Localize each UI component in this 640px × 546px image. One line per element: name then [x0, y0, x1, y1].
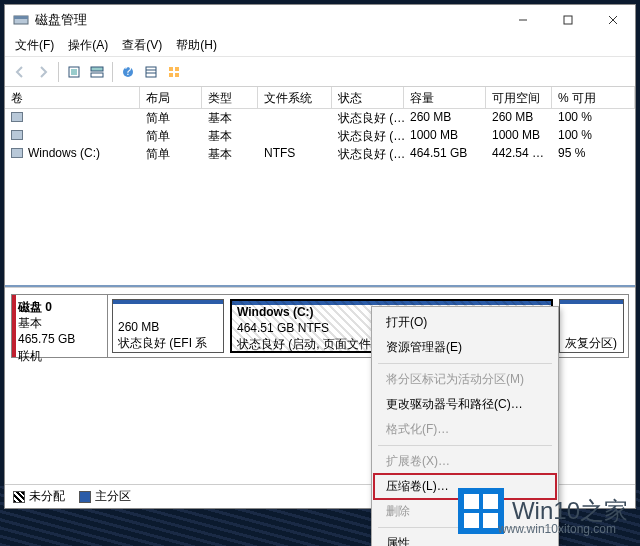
view-top-icon[interactable]: [86, 61, 108, 83]
menubar: 文件(F) 操作(A) 查看(V) 帮助(H): [5, 35, 635, 57]
part-desc: 灰复分区): [565, 336, 617, 350]
svg-text:?: ?: [125, 65, 132, 78]
app-icon: [13, 12, 29, 28]
part-title: Windows (C:): [237, 305, 314, 319]
col-fs[interactable]: 文件系统: [258, 87, 332, 109]
part-size: 464.51 GB NTFS: [237, 321, 329, 335]
window-title: 磁盘管理: [35, 11, 500, 29]
list-icon[interactable]: [140, 61, 162, 83]
col-free[interactable]: 可用空间: [486, 87, 552, 109]
partition-recovery[interactable]: 灰复分区): [559, 299, 624, 353]
menu-action[interactable]: 操作(A): [62, 35, 114, 56]
col-type[interactable]: 类型: [202, 87, 258, 109]
column-headers: 卷 布局 类型 文件系统 状态 容量 可用空间 % 可用: [5, 87, 635, 109]
menu-help[interactable]: 帮助(H): [170, 35, 223, 56]
svg-rect-1: [14, 16, 28, 19]
titlebar: 磁盘管理: [5, 5, 635, 35]
minimize-button[interactable]: [500, 5, 545, 35]
menu-file[interactable]: 文件(F): [9, 35, 60, 56]
svg-rect-17: [169, 73, 173, 77]
svg-rect-18: [175, 73, 179, 77]
table-row[interactable]: 简单基本状态良好 (…1000 MB1000 MB100 %: [5, 127, 635, 145]
part-size: 260 MB: [118, 320, 159, 334]
toolbar: ?: [5, 57, 635, 87]
ctx-open[interactable]: 打开(O): [374, 310, 556, 335]
disk-type: 基本: [18, 316, 42, 330]
watermark: Win10之家 www.win10xitong.com: [458, 488, 628, 534]
svg-rect-7: [71, 69, 77, 75]
volume-list: 卷 布局 类型 文件系统 状态 容量 可用空间 % 可用 简单基本状态良好 (……: [5, 87, 635, 287]
legend-unallocated: 未分配: [13, 488, 65, 505]
brand-url: www.win10xitong.com: [498, 522, 616, 536]
refresh-icon[interactable]: [63, 61, 85, 83]
part-desc: 状态良好 (EFI 系统分区: [118, 336, 207, 353]
col-status[interactable]: 状态: [332, 87, 404, 109]
ctx-mark-active: 将分区标记为活动分区(M): [374, 367, 556, 392]
maximize-button[interactable]: [545, 5, 590, 35]
disk-state: 联机: [18, 349, 42, 363]
ctx-change-path[interactable]: 更改驱动器号和路径(C)…: [374, 392, 556, 417]
part-desc: 状态良好 (启动, 页面文件, 故: [237, 337, 390, 351]
col-volume[interactable]: 卷: [5, 87, 140, 109]
svg-rect-16: [175, 67, 179, 71]
svg-rect-15: [169, 67, 173, 71]
grid-icon[interactable]: [163, 61, 185, 83]
disk-header[interactable]: 磁盘 0 基本 465.75 GB 联机: [12, 295, 108, 357]
ctx-explorer[interactable]: 资源管理器(E): [374, 335, 556, 360]
ctx-format: 格式化(F)…: [374, 417, 556, 442]
svg-rect-12: [146, 67, 156, 77]
disk-size: 465.75 GB: [18, 332, 75, 346]
forward-icon: [32, 61, 54, 83]
partition-efi[interactable]: 260 MB 状态良好 (EFI 系统分区: [112, 299, 224, 353]
col-capacity[interactable]: 容量: [404, 87, 486, 109]
legend-primary: 主分区: [79, 488, 131, 505]
svg-rect-3: [564, 16, 572, 24]
svg-rect-9: [91, 73, 103, 77]
svg-rect-8: [91, 67, 103, 71]
back-icon: [9, 61, 31, 83]
close-button[interactable]: [590, 5, 635, 35]
help-icon[interactable]: ?: [117, 61, 139, 83]
col-pct[interactable]: % 可用: [552, 87, 635, 109]
table-row[interactable]: Windows (C:)简单基本NTFS状态良好 (…464.51 GB442.…: [5, 145, 635, 163]
table-row[interactable]: 简单基本状态良好 (…260 MB260 MB100 %: [5, 109, 635, 127]
ctx-extend: 扩展卷(X)…: [374, 449, 556, 474]
menu-view[interactable]: 查看(V): [116, 35, 168, 56]
col-layout[interactable]: 布局: [140, 87, 202, 109]
disk-label: 磁盘 0: [18, 300, 52, 314]
